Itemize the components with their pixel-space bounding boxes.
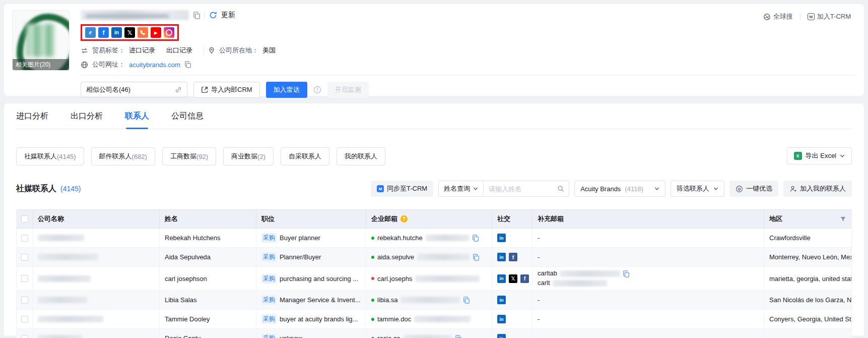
chip-social-contacts[interactable]: 社媒联系人(4145) — [16, 147, 84, 165]
refresh-icon[interactable] — [209, 11, 217, 19]
chip-email-contacts[interactable]: 邮件联系人(682) — [91, 147, 155, 165]
search-icon[interactable] — [557, 185, 564, 192]
copy-icon[interactable] — [184, 61, 191, 68]
phone-icon[interactable] — [138, 27, 148, 38]
linkedin-icon[interactable]: in — [497, 296, 506, 304]
facebook-icon[interactable]: f — [98, 27, 109, 38]
contacts-table: 公司名称 姓名 职位 企业邮箱? 社交 补充邮箱 地区 Rebekah Hutc… — [16, 209, 852, 338]
name-query-select[interactable]: 姓名查询 — [439, 181, 484, 196]
help-icon[interactable]: ? — [400, 215, 408, 222]
import-records-link[interactable]: 进口记录 — [129, 46, 155, 55]
globe-icon — [81, 61, 88, 69]
col-header-company: 公司名称 — [33, 210, 160, 228]
linkedin-icon[interactable]: in — [497, 315, 506, 323]
row-checkbox[interactable] — [21, 235, 28, 242]
update-button[interactable]: 更新 — [221, 11, 235, 20]
table-row[interactable]: carl josephson 采购purchasing and sourcing… — [17, 267, 851, 291]
add-my-contacts-button[interactable]: 加入我的联系人 — [783, 181, 852, 197]
col-header-email-label: 企业邮箱 — [371, 214, 397, 223]
filter-contacts-select[interactable]: 筛选联系人 — [671, 181, 724, 197]
import-internal-crm-button[interactable]: 导入内部CRM — [193, 82, 260, 98]
facebook-icon[interactable]: f — [520, 274, 529, 283]
export-excel-button[interactable]: X 导出 Excel — [787, 147, 852, 164]
similar-companies-field[interactable]: 相似公司名(46) — [81, 82, 187, 98]
linkedin-icon[interactable]: in — [497, 234, 506, 242]
company-name-blurred — [81, 10, 189, 20]
table-row[interactable]: Aida Sepulveda 采购Planner/Buyer aida.sepu… — [17, 248, 851, 267]
copy-icon[interactable] — [623, 270, 630, 277]
global-search-button[interactable]: 全球搜 — [763, 12, 793, 21]
copy-icon[interactable] — [455, 335, 462, 338]
tab-export-analysis[interactable]: 出口分析 — [71, 103, 103, 129]
email-valid-dot — [371, 318, 374, 321]
table-row[interactable]: Rebekah Hutchens 采购Buyer planner rebekah… — [17, 229, 851, 248]
email-blurred — [415, 275, 480, 282]
x-twitter-icon[interactable]: 𝕏 — [509, 274, 517, 283]
copy-icon[interactable] — [463, 297, 470, 304]
linkedin-icon[interactable]: in — [111, 27, 122, 38]
position-text: Planner/Buyer — [280, 253, 321, 261]
chip-self-collected[interactable]: 自采联系人 — [281, 147, 329, 165]
procurement-tag: 采购 — [261, 314, 277, 324]
table-row[interactable]: Rocio Cantu 采购unknow rocio.ca in - - — [17, 329, 851, 338]
linkedin-icon[interactable]: in — [497, 274, 506, 283]
col-header-email: 企业邮箱? — [366, 210, 492, 228]
position-text: Buyer planner — [280, 234, 320, 242]
copy-icon[interactable] — [472, 235, 479, 242]
export-records-link[interactable]: 出口记录 — [166, 46, 192, 55]
name-search-input[interactable] — [484, 185, 557, 193]
extra-email-blurred — [560, 270, 620, 277]
location-label: 公司所在地： — [219, 46, 258, 55]
instagram-icon[interactable] — [164, 27, 174, 38]
chevron-down-icon — [654, 186, 659, 191]
table-row[interactable]: Tammie Dooley 采购buyer at acuity brands l… — [17, 310, 851, 329]
table-row[interactable]: Libia Salas 采购Manager Service & Invent..… — [17, 291, 851, 310]
row-checkbox[interactable] — [21, 316, 28, 323]
extra-email-prefix: carlt — [538, 279, 550, 288]
row-checkbox[interactable] — [21, 335, 28, 338]
related-images-badge[interactable]: 相关图片(20) — [13, 59, 69, 70]
company-website-link[interactable]: acuitybrands.com — [129, 61, 180, 69]
copy-icon[interactable] — [193, 12, 201, 19]
email-prefix: carl.josephs — [377, 275, 412, 283]
section-count: (4145) — [60, 185, 81, 193]
tab-import-analysis[interactable]: 进口分析 — [16, 103, 48, 129]
select-all-checkbox[interactable] — [21, 215, 28, 222]
company-name-blurred — [38, 297, 87, 303]
company-select[interactable]: Acuity Brands (4118) — [574, 181, 665, 197]
linkedin-icon[interactable]: in — [497, 253, 506, 261]
name-query-label: 姓名查询 — [444, 184, 470, 193]
linkedin-icon[interactable]: in — [497, 334, 506, 338]
one-click-select-button[interactable]: 一键优选 — [729, 181, 778, 197]
filter-funnel-icon[interactable] — [840, 216, 846, 222]
extra-email: - — [532, 291, 764, 309]
chip-label: 工商数据 — [170, 152, 196, 161]
email-prefix: rocio.ca — [377, 334, 400, 338]
info-icon[interactable] — [313, 86, 321, 94]
add-to-radar-button[interactable]: 加入雷达 — [266, 82, 307, 98]
divider — [81, 75, 856, 76]
contact-source-filters: 社媒联系人(4145) 邮件联系人(682) 工商数据(92) 商业数据(2) … — [16, 147, 852, 165]
facebook-icon[interactable]: f — [509, 253, 517, 261]
row-checkbox[interactable] — [21, 297, 28, 304]
trade-exchange-icon — [81, 47, 88, 54]
row-checkbox[interactable] — [21, 254, 28, 261]
chip-my-contacts[interactable]: 我的联系人 — [337, 147, 385, 165]
excel-icon: X — [794, 152, 802, 160]
chip-commercial-data[interactable]: 商业数据(2) — [223, 147, 274, 165]
tab-company-info[interactable]: 公司信息 — [171, 103, 204, 129]
copy-icon[interactable] — [473, 254, 480, 261]
youtube-icon[interactable]: ▶ — [151, 27, 161, 38]
tab-contacts[interactable]: 联系人 — [125, 103, 149, 129]
procurement-tag: 采购 — [261, 252, 277, 262]
company-logo[interactable]: 相关图片(20) — [12, 10, 70, 71]
chip-business-registry[interactable]: 工商数据(92) — [162, 147, 216, 165]
extra-email: - — [532, 310, 764, 328]
x-twitter-icon[interactable]: 𝕏 — [124, 27, 135, 38]
join-tcrm-button[interactable]: M 加入T-CRM — [808, 12, 851, 21]
row-checkbox[interactable] — [21, 275, 28, 282]
email-blurred — [426, 235, 469, 241]
company-name-blurred — [38, 235, 84, 241]
internet-explorer-icon[interactable]: e — [85, 27, 96, 38]
sync-tcrm-button[interactable]: M 同步至T-CRM — [371, 181, 433, 197]
